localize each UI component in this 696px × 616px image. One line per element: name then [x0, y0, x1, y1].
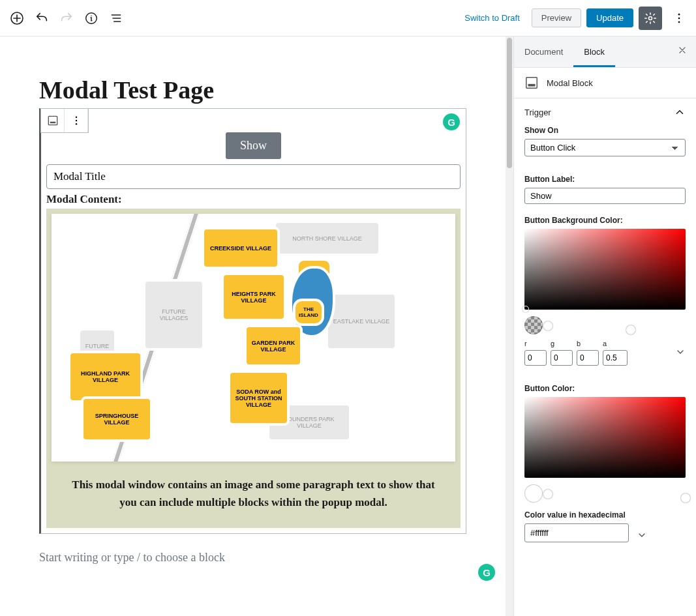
toolbar-right: Switch to Draft Preview Update	[458, 7, 691, 30]
b-label: b	[577, 340, 599, 347]
redo-button[interactable]	[55, 7, 78, 30]
a-input[interactable]	[603, 350, 628, 366]
svg-rect-12	[528, 84, 536, 87]
svg-rect-7	[50, 122, 55, 124]
panel-trigger-title: Trigger	[524, 108, 551, 117]
top-toolbar: Switch to Draft Preview Update	[0, 0, 696, 37]
kebab-icon	[673, 12, 686, 25]
update-button[interactable]: Update	[586, 8, 633, 27]
editor-column: Modal Test Page G Show Modal Content: FU…	[0, 37, 513, 616]
map-region: SPRINGHOUSE VILLAGE	[81, 396, 153, 442]
r-label: r	[524, 340, 547, 347]
r-input[interactable]	[524, 350, 547, 366]
map-region-gray: NORTH SHORE VILLAGE	[273, 220, 381, 256]
undo-icon	[35, 11, 49, 25]
map-region: HIGHLAND PARK VILLAGE	[68, 351, 143, 403]
map-region: CREEKSIDE VILLAGE	[202, 227, 280, 269]
svg-point-5	[678, 21, 680, 23]
map-region: GARDEN PARK VILLAGE	[244, 325, 303, 367]
switch-to-draft-button[interactable]: Switch to Draft	[458, 9, 526, 27]
button-label-input[interactable]	[524, 188, 686, 204]
chevron-down-icon	[675, 347, 686, 357]
block-more-button[interactable]	[65, 109, 88, 132]
svg-point-10	[75, 123, 76, 125]
close-sidebar-button[interactable]	[669, 37, 696, 67]
grammarly-badge[interactable]: G	[478, 564, 495, 581]
block-toolbar	[40, 108, 89, 133]
modal-block-icon	[46, 114, 59, 127]
hex-expand-toggle[interactable]	[637, 530, 647, 542]
bg-color-label: Button Background Color:	[524, 216, 686, 225]
settings-button[interactable]	[639, 7, 662, 30]
rgba-expand-toggle[interactable]	[675, 347, 686, 359]
b-input[interactable]	[577, 350, 599, 366]
map-image: FUTURE VILLAGES FUTURE VILLAGES NORTH SH…	[52, 214, 455, 462]
a-label: a	[603, 340, 628, 347]
g-label: g	[551, 340, 573, 347]
modal-content-area[interactable]: FUTURE VILLAGES FUTURE VILLAGES NORTH SH…	[46, 209, 461, 528]
hex-label: Color value in hexadecimal	[524, 510, 686, 520]
info-button[interactable]	[80, 7, 103, 30]
modal-content-label: Modal Content:	[46, 193, 461, 206]
svg-point-4	[678, 17, 680, 19]
modal-block[interactable]: Show Modal Content: FUTURE VILLAGES FUTU…	[39, 108, 466, 534]
editor-scrollbar[interactable]	[506, 37, 513, 616]
toolbar-left	[5, 7, 128, 30]
svg-point-2	[649, 16, 652, 20]
gear-icon	[644, 12, 657, 25]
redo-icon	[59, 11, 74, 25]
chevron-down-icon	[637, 530, 647, 540]
add-block-button[interactable]	[5, 7, 29, 30]
info-icon	[84, 11, 98, 25]
button-label-label: Button Label:	[524, 175, 686, 184]
map-region: THE ISLAND	[293, 299, 324, 326]
svg-rect-6	[48, 116, 57, 125]
outline-icon	[110, 12, 123, 25]
map-region-gray: FUTURE VILLAGES	[143, 279, 205, 351]
modal-paragraph[interactable]: This modal window contains an image and …	[52, 462, 455, 511]
preview-button[interactable]: Preview	[532, 8, 581, 27]
bg-swatch	[524, 316, 543, 334]
outline-button[interactable]	[104, 7, 128, 30]
block-name-label: Modal Block	[547, 78, 593, 88]
close-icon	[678, 46, 687, 55]
modal-trigger-button[interactable]: Show	[226, 132, 281, 159]
svg-point-8	[75, 117, 76, 118]
btn-saturation-picker[interactable]	[524, 397, 686, 478]
svg-rect-11	[526, 78, 537, 89]
undo-button[interactable]	[30, 7, 53, 30]
btn-swatch	[524, 484, 543, 503]
block-header: Modal Block	[514, 68, 696, 98]
svg-point-3	[678, 13, 680, 15]
map-region: SODA ROW and SOUTH STATION VILLAGE	[228, 370, 290, 426]
more-menu-button[interactable]	[667, 7, 691, 30]
page-title[interactable]: Modal Test Page	[39, 76, 466, 104]
block-appender[interactable]: Start writing or type / to choose a bloc…	[39, 551, 466, 565]
sidebar-tabs: Document Block	[514, 37, 696, 68]
svg-point-9	[75, 120, 76, 121]
chevron-up-icon	[674, 106, 686, 118]
kebab-icon	[70, 115, 82, 126]
show-on-select[interactable]: Button Click	[524, 139, 686, 156]
block-type-button[interactable]	[41, 109, 65, 132]
modal-title-input[interactable]	[46, 164, 461, 189]
modal-block-icon	[524, 76, 539, 90]
map-region-gray: EASTLAKE VILLAGE	[325, 292, 397, 351]
map-region: HEIGHTS PARK VILLAGE	[221, 272, 286, 321]
g-input[interactable]	[551, 350, 573, 366]
settings-sidebar: Document Block Modal Block Trigger Show …	[513, 37, 696, 616]
btn-color-label: Button Color:	[524, 384, 686, 393]
tab-document[interactable]: Document	[514, 37, 573, 67]
plus-circle-icon	[9, 10, 25, 26]
rgba-inputs: r g b a	[524, 340, 686, 366]
bg-saturation-picker[interactable]	[524, 229, 686, 310]
panel-trigger-toggle[interactable]: Trigger	[514, 98, 696, 126]
show-on-label: Show On	[524, 126, 686, 135]
tab-block[interactable]: Block	[573, 37, 615, 67]
hex-input[interactable]	[524, 523, 629, 542]
